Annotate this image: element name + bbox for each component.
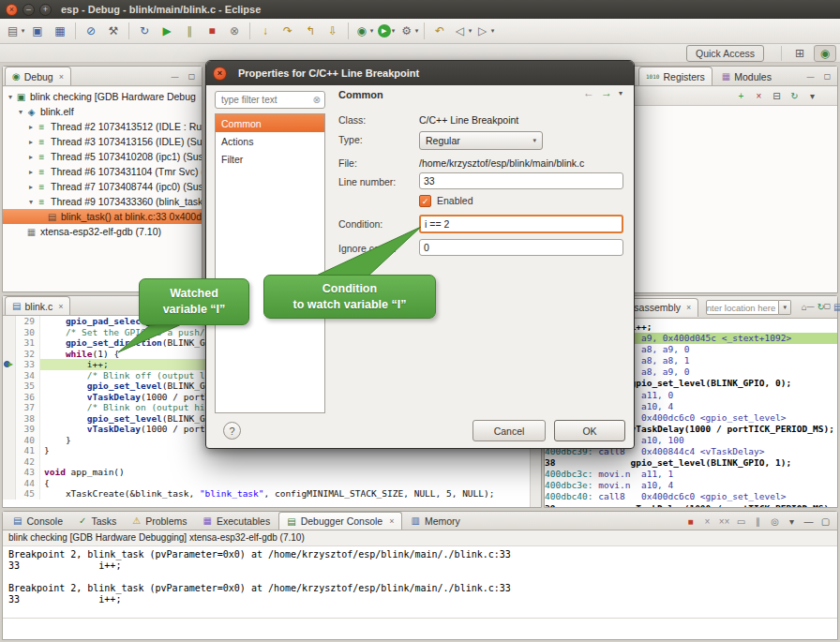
step-return-button[interactable]: ↰	[300, 21, 321, 41]
help-button[interactable]: ?	[223, 422, 241, 440]
tree-item[interactable]: ▦xtensa-esp32-elf-gdb (7.10)	[3, 224, 202, 239]
editor-line[interactable]: 43void app_main()	[3, 467, 530, 478]
minimize-view-icon[interactable]: —	[801, 514, 817, 529]
terminate-button[interactable]: ■	[202, 21, 222, 41]
tree-item[interactable]: ▸≡Thread #7 1073408744 (ipc0) (Susp	[3, 179, 202, 194]
cancel-button[interactable]: Cancel	[472, 420, 546, 441]
back-history-menu[interactable]: ◁▾	[452, 21, 472, 41]
expander-icon[interactable]: ▸	[26, 123, 36, 131]
dialog-close-button[interactable]: ×	[213, 67, 227, 81]
combo-caret-icon[interactable]: ▾	[779, 300, 791, 315]
pin-console-icon[interactable]: ◎	[767, 514, 783, 529]
expander-icon[interactable]: ▸	[26, 138, 36, 146]
tab-executables[interactable]: ▦Executables	[196, 512, 278, 530]
tab-console[interactable]: ▤Console	[6, 512, 70, 530]
disconnect-button[interactable]: ⊗	[224, 21, 245, 41]
last-edit-location-button[interactable]: ↶	[429, 21, 450, 41]
open-perspective-button[interactable]: ⊞	[788, 45, 811, 62]
maximize-view-icon[interactable]: ▢	[820, 69, 834, 82]
maximize-button[interactable]: +	[39, 4, 52, 16]
step-over-button[interactable]: ↷	[278, 21, 298, 41]
enabled-checkbox[interactable]: ✓	[419, 195, 431, 207]
maximize-view-icon[interactable]: ▢	[820, 299, 834, 312]
expander-icon[interactable]: ▸	[26, 168, 36, 176]
clear-console-icon[interactable]: ▭	[733, 514, 749, 529]
dialog-section-filter[interactable]: Filter	[216, 150, 324, 168]
line-number-field[interactable]	[419, 172, 623, 189]
suspend-button[interactable]: ∥	[179, 21, 200, 41]
tree-item[interactable]: ▾▣blink checking [GDB Hardware Debug	[3, 89, 202, 104]
close-tab-icon[interactable]: ×	[59, 72, 64, 82]
external-tools-menu[interactable]: ⚙▾	[398, 21, 419, 41]
dialog-section-actions[interactable]: Actions	[216, 132, 324, 150]
back-icon[interactable]: ←	[583, 86, 594, 99]
drop-to-frame-button[interactable]: ⇩	[322, 21, 343, 41]
save-all-button[interactable]: ▦	[50, 21, 70, 41]
quick-access-button[interactable]: Quick Access	[686, 45, 764, 62]
build-all-button[interactable]: ⚒	[103, 21, 124, 41]
tab-debugger-console[interactable]: ▤Debugger Console×	[278, 512, 402, 530]
remove-launch-icon[interactable]: ×	[699, 514, 715, 529]
close-tab-icon[interactable]: ×	[389, 516, 394, 526]
disassembly-line[interactable]: 400dbc3e: movi.n a10, 4	[545, 480, 837, 491]
debug-perspective-button[interactable]: ◉	[814, 45, 836, 62]
editor-line[interactable]: 42	[3, 456, 530, 468]
expander-icon[interactable]: ▸	[26, 183, 36, 191]
disassembly-line[interactable]: 400dbc3c: movi.n a11, 1	[545, 469, 837, 480]
breakpoint-marker[interactable]: ▶	[3, 359, 16, 370]
tab-problems[interactable]: ⚠Problems	[125, 512, 194, 530]
stack-frame-item[interactable]: ▤blink_task() at blink.c:33 0x400db	[3, 209, 202, 224]
ok-button[interactable]: OK	[554, 420, 625, 441]
tree-item[interactable]: ▸≡Thread #2 1073413512 (IDLE : Runn	[3, 119, 202, 134]
tab-memory[interactable]: ▥Memory	[403, 512, 467, 530]
tab-blink-c[interactable]: ▤ blink.c ×	[5, 296, 70, 315]
expander-icon[interactable]: ▾	[26, 198, 36, 206]
maximize-view-icon[interactable]: ▢	[818, 514, 833, 529]
tree-item[interactable]: ▾≡Thread #9 1073433360 (blink_task	[3, 194, 202, 209]
remove-register-group-icon[interactable]: ×	[751, 89, 767, 104]
disassembly-line[interactable]: 39 vTaskDelay(1000 / portTICK_PERIOD_MS)…	[545, 503, 837, 508]
debug-menu[interactable]: ◉▾	[353, 21, 374, 41]
scroll-lock-icon[interactable]: ∥	[750, 514, 766, 529]
dialog-section-common[interactable]: Common	[216, 114, 324, 132]
type-dropdown[interactable]: Regular ▾	[419, 131, 543, 150]
clear-filter-icon[interactable]: ⊗	[313, 95, 321, 105]
forward-icon[interactable]: →	[601, 86, 612, 99]
close-tab-icon[interactable]: ×	[58, 302, 63, 311]
tab-tasks[interactable]: ✓Tasks	[71, 512, 124, 530]
restart-button[interactable]: ↻	[134, 21, 155, 41]
tab-registers[interactable]: 1010 Registers	[638, 67, 712, 85]
location-combo[interactable]: Enter location here ▾	[706, 300, 791, 315]
new-wizard-menu[interactable]: ▤▾	[5, 21, 25, 41]
remove-all-launches-icon[interactable]: ××	[716, 514, 732, 529]
tab-debug[interactable]: ◉ Debug ×	[5, 67, 71, 85]
filter-input[interactable]	[219, 94, 300, 106]
run-menu[interactable]: ▶▾	[376, 21, 397, 41]
disassembly-line[interactable]: 400dbc40: call8 0x400dc6c0 <gpio_set_lev…	[545, 491, 837, 502]
editor-line[interactable]: 45 xTaskCreate(&blink_task, "blink_task"…	[3, 488, 530, 500]
close-button[interactable]: ×	[6, 4, 18, 16]
tree-item[interactable]: ▸≡Thread #6 1073431104 (Tmr Svc) (S	[3, 164, 202, 179]
condition-field[interactable]	[419, 215, 623, 233]
disassembly-line[interactable]: 38 gpio_set_level(BLINK_GPIO, 1);	[545, 457, 837, 469]
minimize-view-icon[interactable]: —	[803, 69, 818, 82]
tree-item[interactable]: ▸≡Thread #3 1073413156 (IDLE) (Susp	[3, 134, 202, 149]
forward-history-menu[interactable]: ▷▾	[474, 21, 495, 41]
minimize-view-icon[interactable]: —	[803, 299, 818, 312]
add-register-group-icon[interactable]: +	[733, 89, 749, 104]
console-output[interactable]: Breakpoint 2, blink_task (pvParameter=0x…	[3, 546, 837, 639]
console-menu-icon[interactable]: ▾	[784, 514, 800, 529]
maximize-view-icon[interactable]: ▢	[185, 69, 199, 82]
minimize-view-icon[interactable]: —	[168, 69, 182, 82]
close-tab-icon[interactable]: ×	[686, 303, 691, 312]
view-menu-icon[interactable]: ▾	[619, 89, 622, 97]
expander-icon[interactable]: ▾	[16, 108, 25, 116]
tree-item[interactable]: ▾◈blink.elf	[3, 104, 202, 119]
view-menu-icon[interactable]: ▾	[804, 89, 820, 104]
tree-item[interactable]: ▸≡Thread #5 1073410208 (ipc1) (Susp	[3, 149, 202, 164]
ignore-count-field[interactable]	[419, 239, 623, 256]
skip-all-breakpoints-button[interactable]: ⊘	[81, 21, 101, 41]
step-into-button[interactable]: ↓	[255, 21, 276, 41]
refresh-icon[interactable]: ↻	[787, 89, 802, 104]
tab-modules[interactable]: ▦ Modules	[714, 67, 779, 85]
